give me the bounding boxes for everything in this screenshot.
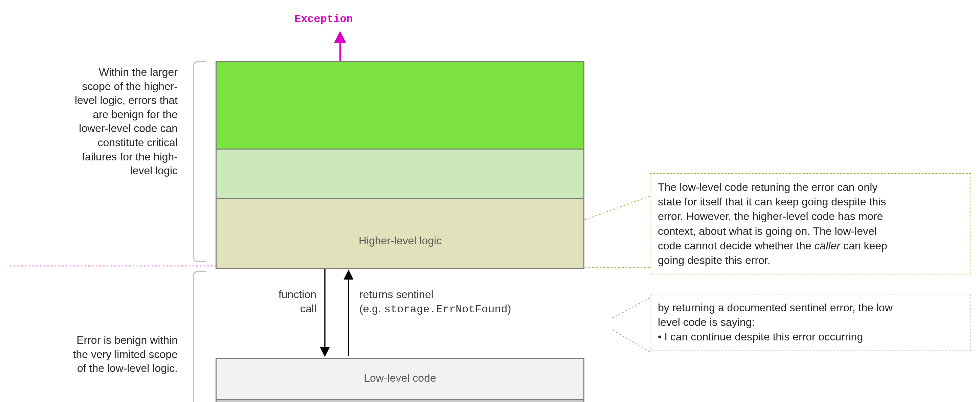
returns-sentinel-l2-suffix: ) xyxy=(508,302,511,315)
yellow-note-connector-top xyxy=(584,196,650,220)
higher-block-top xyxy=(216,61,584,149)
note-gray: by returning a documented sentinel error… xyxy=(650,294,971,351)
note-yellow-l5-em: caller xyxy=(815,240,840,252)
anno-low-level: Error is benign within the very limited … xyxy=(12,333,178,376)
error-layers-diagram: Exception Higher-level logic Low-level c… xyxy=(0,0,980,402)
brace-high xyxy=(193,61,207,262)
anno-high-level: Within the larger scope of the higher- l… xyxy=(12,65,178,178)
note-yellow-l3: error. However, the higher-level code ha… xyxy=(658,209,963,224)
returns-sentinel-l2: (e.g. storage.ErrNotFound) xyxy=(360,302,511,317)
returns-sentinel-l2-prefix: (e.g. xyxy=(360,302,384,315)
returns-sentinel-l2-code: storage.ErrNotFound xyxy=(384,303,508,316)
returns-sentinel-label: returns sentinel (e.g. storage.ErrNotFou… xyxy=(360,288,511,316)
function-call-label: function call xyxy=(249,288,317,316)
note-yellow-l2: state for itself that it can keep going … xyxy=(658,195,963,209)
anno-low-l2: the very limited scope xyxy=(12,348,178,362)
note-yellow-l5: code cannot decide whether the caller ca… xyxy=(658,238,963,253)
brace-low xyxy=(193,271,207,402)
function-call-l2: call xyxy=(249,302,317,316)
returns-sentinel-l1: returns sentinel xyxy=(360,288,511,302)
exception-label: Exception xyxy=(294,13,353,25)
note-yellow-l5-prefix: code cannot decide whether the xyxy=(658,240,815,252)
lower-block-label: Low-level code xyxy=(364,372,436,385)
anno-high-l5: lower-level code can xyxy=(12,121,178,136)
note-gray-l2: level code is saying: xyxy=(658,315,963,330)
anno-high-l2: scope of the higher- xyxy=(12,79,178,94)
anno-high-l8: level logic xyxy=(12,164,178,178)
anno-high-l1: Within the larger xyxy=(12,65,178,79)
note-yellow-l6: going despite this error. xyxy=(658,253,963,268)
anno-high-l7: failures for the high- xyxy=(12,150,178,164)
note-yellow-l1: The low-level code retuning the error ca… xyxy=(658,180,963,195)
anno-low-l3: of the low-level logic. xyxy=(12,361,178,376)
function-call-l1: function xyxy=(249,288,317,302)
note-gray-l1: by returning a documented sentinel error… xyxy=(658,300,963,315)
anno-high-l6: constitute critical xyxy=(12,136,178,150)
note-gray-l3: • I can continue despite this error occu… xyxy=(658,330,963,344)
anno-high-l3: level logic, errors that xyxy=(12,94,178,108)
gray-note-connector-bottom xyxy=(612,330,650,352)
lower-block-top: Low-level code xyxy=(216,358,584,400)
note-yellow: The low-level code retuning the error ca… xyxy=(650,173,971,275)
higher-block-label: Higher-level logic xyxy=(359,235,442,247)
note-yellow-l4: context, about what is going on. The low… xyxy=(658,224,963,238)
bullet-icon: • xyxy=(658,330,664,344)
anno-low-l1: Error is benign within xyxy=(12,333,178,348)
note-yellow-l5-suffix: can keep xyxy=(840,240,887,252)
note-gray-l3-text: I can continue despite this error occurr… xyxy=(664,330,863,344)
gray-note-connector-top xyxy=(612,298,650,318)
anno-high-l4: are benign for the xyxy=(12,108,178,122)
